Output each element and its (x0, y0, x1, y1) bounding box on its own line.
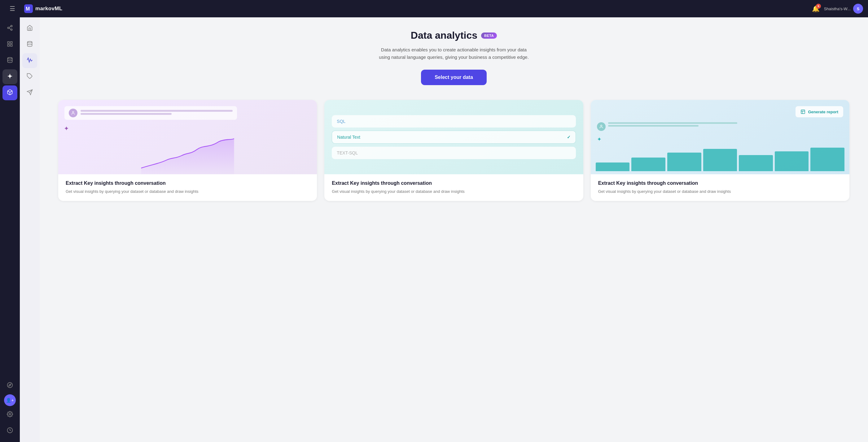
left-nav-bottom: 👤+ (2, 378, 17, 438)
svg-rect-10 (10, 44, 12, 46)
card3-sparkle: ✦ (597, 136, 601, 143)
card-title-1: Extract Key insights through conversatio… (66, 180, 309, 186)
sidebar-item-add-user[interactable]: 👤+ (4, 394, 16, 406)
option-natural-text[interactable]: Natural Text ✓ (332, 131, 576, 144)
card-body-3: Extract Key insights through conversatio… (591, 174, 849, 201)
card-body-1: Extract Key insights through conversatio… (58, 174, 317, 201)
card-title-2: Extract Key insights through conversatio… (332, 180, 576, 186)
card3-content: Generate report ✦ (591, 100, 849, 174)
card1-avatar (69, 109, 78, 117)
bar-2 (631, 158, 665, 171)
sparkle-decoration: ✦ (64, 125, 69, 132)
notification-button[interactable]: 🔔 5 (812, 5, 820, 12)
card-title-3: Extract Key insights through conversatio… (598, 180, 842, 186)
sidebar-item-analytics[interactable] (2, 86, 17, 100)
logo: M markovML (24, 4, 62, 13)
bar-chart (596, 146, 844, 171)
hamburger-button[interactable]: ☰ (5, 1, 20, 16)
database-icon (7, 57, 13, 65)
cards-row: ✦ (58, 100, 849, 201)
svg-point-17 (28, 41, 32, 43)
sidebar-item-explore[interactable] (2, 378, 17, 393)
svg-marker-14 (9, 384, 11, 386)
svg-line-6 (9, 26, 11, 27)
bar-5 (739, 155, 773, 171)
area-chart (58, 137, 317, 174)
svg-rect-7 (8, 41, 9, 43)
hamburger-icon: ☰ (9, 5, 15, 12)
card-conversation-blue: Generate report ✦ (591, 100, 849, 201)
user-menu[interactable]: Shaistha's-W... S (824, 4, 863, 13)
beta-badge: BETA (481, 33, 497, 39)
topbar-left: ☰ M markovML (5, 1, 62, 16)
page-title: Data analytics (411, 30, 477, 41)
card-desc-1: Get visual insights by querying your dat… (66, 189, 309, 195)
card1-line-2 (81, 113, 172, 115)
left-nav: 👤+ (0, 17, 20, 442)
svg-point-13 (7, 382, 13, 387)
select-data-button[interactable]: Select your data (421, 70, 487, 85)
svg-point-15 (9, 413, 11, 415)
card-preview-teal: SQL Natural Text ✓ TEXT-SQL (324, 100, 583, 174)
sidebar-item-database[interactable] (2, 53, 17, 68)
card-preview-purple: ✦ (58, 100, 317, 174)
svg-rect-9 (8, 44, 9, 46)
card3-avatar (597, 122, 606, 131)
hero-subtitle: Data analytics enables you to create act… (376, 46, 531, 61)
card-desc-3: Get visual insights by querying your dat… (598, 189, 842, 195)
card1-header (64, 106, 237, 120)
compass-icon (7, 382, 13, 390)
card3-text-lines (608, 122, 738, 128)
bar-1 (596, 163, 630, 171)
user-avatar: S (853, 4, 863, 13)
svg-rect-22 (801, 110, 805, 113)
settings-icon (7, 411, 13, 419)
sidebar-item-settings[interactable] (2, 407, 17, 422)
subnav-analytics[interactable] (22, 53, 37, 68)
send-icon (27, 89, 33, 97)
generate-report-button[interactable]: Generate report (796, 106, 843, 117)
option-text-sql[interactable]: TEXT-SQL (332, 147, 576, 159)
card-preview-blue: Generate report ✦ (591, 100, 849, 174)
bar-7 (810, 148, 844, 171)
topbar: ☰ M markovML 🔔 5 Shaistha's-W... S (0, 0, 868, 17)
svg-point-11 (8, 57, 12, 59)
right-nav (20, 17, 40, 442)
logo-mark: M (24, 4, 33, 13)
card1-content: ✦ (58, 100, 317, 174)
card-desc-2: Get visual insights by querying your dat… (332, 189, 576, 195)
sidebar-item-ai[interactable] (2, 69, 17, 84)
sidebar-item-share[interactable] (2, 21, 17, 36)
bar-3 (667, 152, 701, 171)
svg-point-2 (11, 25, 12, 27)
svg-rect-8 (10, 41, 12, 43)
card-conversation-purple: ✦ (58, 100, 317, 201)
hero-section: Data analytics BETA Data analytics enabl… (58, 30, 849, 85)
cube-icon (7, 89, 13, 97)
bar-4 (703, 149, 737, 171)
option-sql[interactable]: SQL (332, 115, 576, 128)
card3-line-1 (608, 122, 738, 124)
text-sql-label: TEXT-SQL (337, 150, 358, 156)
subnav-data[interactable] (22, 37, 37, 52)
topbar-right: 🔔 5 Shaistha's-W... S (812, 4, 863, 13)
card1-line-1 (81, 110, 232, 112)
svg-text:M: M (26, 6, 30, 11)
subnav-deploy[interactable] (22, 86, 37, 100)
card-body-2: Extract Key insights through conversatio… (324, 174, 583, 201)
sidebar-item-history[interactable] (2, 423, 17, 438)
bar-6 (775, 151, 809, 171)
grid-icon (7, 41, 13, 48)
hero-title-row: Data analytics BETA (58, 30, 849, 41)
svg-point-4 (11, 29, 12, 30)
natural-text-label: Natural Text (337, 135, 360, 140)
subnav-labels[interactable] (22, 69, 37, 84)
card1-lines (81, 110, 232, 116)
logo-text: markovML (35, 6, 62, 12)
svg-point-3 (8, 27, 9, 29)
sidebar-item-dashboard[interactable] (2, 37, 17, 52)
sql-label: SQL (337, 119, 345, 124)
card-conversation-teal: SQL Natural Text ✓ TEXT-SQL Extract Key … (324, 100, 583, 201)
subnav-home[interactable] (22, 21, 37, 36)
svg-line-5 (9, 28, 11, 29)
